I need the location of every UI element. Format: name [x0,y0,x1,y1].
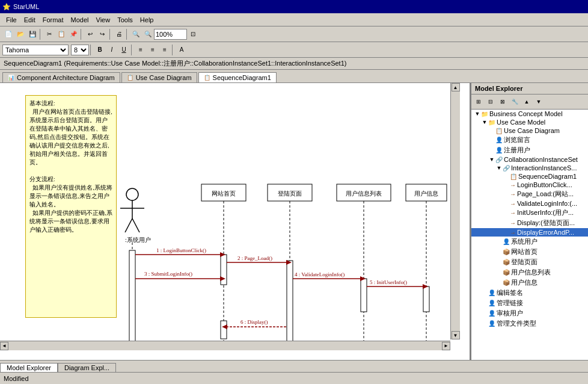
tree-icon: 👤 [503,238,510,245]
underline-btn[interactable]: U [118,44,130,56]
color-btn[interactable]: A [176,44,188,56]
cut-btn[interactable]: ✂ [43,28,55,40]
tree-item-label: Business Concept Model [489,110,563,117]
redo-btn[interactable]: ↪ [96,28,108,40]
open-btn[interactable]: 📂 [14,28,26,40]
sidebar-btn3[interactable]: ⊠ [497,96,509,108]
paste-btn[interactable]: 📌 [67,28,79,40]
tree-item[interactable]: →InitUserInfo:(用户... [471,208,588,218]
sidebar-btn1[interactable]: ⊞ [473,96,485,108]
svg-rect-12 [406,184,447,201]
tree-item[interactable]: ▼🔗CollaborationInstanceSet [471,155,588,164]
print-btn[interactable]: 🖨 [113,28,125,40]
tree-item[interactable]: 📋SequenceDiagram1 [471,172,588,181]
tree-toggle[interactable]: ▼ [474,111,481,117]
svg-rect-23 [361,279,367,312]
toolbar1: 📄 📂 💾 ✂ 📋 📌 ↩ ↪ 🖨 🔍 🔍 ⊡ [0,26,588,42]
tree-item[interactable]: →Display:(登陆页面... [471,218,588,228]
menu-help[interactable]: Help [136,15,158,25]
scrollbar-vertical[interactable]: ▲ ▼ [450,83,460,339]
sidebar-btn6[interactable]: ▼ [533,96,545,108]
tree-item[interactable]: 👤系统用户 [471,237,588,247]
svg-marker-32 [220,276,225,281]
tree-item[interactable]: 👤编辑签名 [471,288,588,298]
diagram-area[interactable]: 基本流程: 用户在网站首页点击登陆链接,系统显示后台登陆页面。用户在登陆表单中输… [0,83,471,360]
tree-item[interactable]: →Page_Load:(网站... [471,189,588,199]
size-select[interactable]: 8 [71,45,89,55]
tree-item[interactable]: 📦用户信息 [471,277,588,288]
tree-item[interactable]: 👤审核用户 [471,308,588,318]
model-explorer-panel: Model Explorer ⊞ ⊟ ⊠ 🔧 ▲ ▼ ▼📁Business Co… [471,83,588,360]
menu-file[interactable]: File [2,15,20,25]
new-btn[interactable]: 📄 [2,28,14,40]
align-left-btn[interactable]: ≡ [135,44,147,56]
zoom-out-btn[interactable]: 🔍 [142,28,154,40]
tree-item[interactable]: ▼🔗InteractionInstanceS... [471,164,588,172]
sep4 [126,29,129,40]
tree-item[interactable]: 📦登陆页面 [471,257,588,267]
italic-btn[interactable]: I [106,44,118,56]
tab-sequence-icon: 📋 [204,75,210,81]
menu-model[interactable]: Model [67,15,93,25]
tree-item[interactable]: ▼📁Business Concept Model [471,110,588,118]
tree-item[interactable]: 👤管理文件类型 [471,318,588,329]
tree-item-label: Display:(登陆页面... [517,218,575,228]
svg-rect-24 [423,286,429,312]
sidebar-btn4[interactable]: 🔧 [509,96,521,108]
svg-rect-21 [221,321,227,339]
scroll-right[interactable]: ► [442,342,450,350]
tree-toggle[interactable]: ▼ [481,119,488,125]
tree-icon: 👤 [488,320,495,327]
tree-item[interactable]: 👤注册用户 [471,145,588,155]
tree-item-label: Use Case Diagram [504,127,560,134]
menu-view[interactable]: View [93,15,114,25]
svg-rect-8 [268,184,312,201]
note-text: 基本流程: 用户在网站首页点击登陆链接,系统显示后台登陆页面。用户在登陆表单中输… [29,100,112,233]
tree-icon: 👤 [488,290,495,296]
copy-btn[interactable]: 📋 [55,28,67,40]
tree-item[interactable]: →DisplayErrorAndP... [471,228,588,237]
scroll-up[interactable]: ▲ [452,83,460,91]
bold-btn[interactable]: B [94,44,106,56]
save-btn[interactable]: 💾 [26,28,38,40]
tree-icon: → [510,220,516,226]
tree-item[interactable]: 📦网站首页 [471,247,588,257]
svg-text:网站首页: 网站首页 [212,190,236,197]
tree-item[interactable]: ▼📁Use Case Model [471,118,588,126]
sidebar-tree[interactable]: ▼📁Business Concept Model▼📁Use Case Model… [471,110,588,360]
scroll-left[interactable]: ◄ [0,342,8,350]
tree-toggle[interactable]: ▼ [488,156,495,163]
tab-component[interactable]: 📊 Component Architecture Diagram [2,72,120,82]
align-center-btn[interactable]: ≡ [147,44,159,56]
bottom-tab-diagram-explorer[interactable]: Diagram Expl... [58,363,116,372]
tree-item[interactable]: →LoginButtonClick... [471,181,588,189]
svg-text:5 : InitUserInfo(): 5 : InitUserInfo() [370,279,407,285]
tree-item[interactable]: →ValidateLoginInfo:(... [471,199,588,208]
scroll-down[interactable]: ▼ [452,331,460,339]
tree-item[interactable]: 📋Use Case Diagram [471,126,588,135]
bottom-tab-model-explorer[interactable]: Model Explorer [0,363,58,372]
tree-item[interactable]: 👤管理链接 [471,298,588,308]
diagram-canvas: 基本流程: 用户在网站首页点击登陆链接,系统显示后台登陆页面。用户在登陆表单中输… [0,83,460,350]
zoom-fit-btn[interactable]: ⊡ [187,28,199,40]
tree-item[interactable]: 👤浏览留言 [471,135,588,145]
tab-usecase[interactable]: 📋 Use Case Diagram [121,72,197,82]
undo-btn[interactable]: ↩ [84,28,96,40]
tree-item-label: 系统用户 [511,237,537,246]
sep7 [172,45,174,55]
sidebar-btn2[interactable]: ⊟ [485,96,497,108]
menu-format[interactable]: Format [39,15,67,25]
zoom-in-btn[interactable]: 🔍 [130,28,142,40]
sidebar-btn5[interactable]: ▲ [521,96,533,108]
tab-sequence[interactable]: 📋 SequenceDiagram1 [198,72,277,82]
menu-tools[interactable]: Tools [114,15,136,25]
font-select[interactable]: Tahoma [2,45,69,55]
zoom-input[interactable] [154,29,187,40]
scrollbar-horizontal[interactable]: ◄ ► [0,341,450,350]
align-right-btn[interactable]: ≡ [159,44,171,56]
tree-item-label: SequenceDiagram1 [518,173,577,180]
tree-item-label: 注册用户 [504,146,530,155]
tree-item[interactable]: 📦用户信息列表 [471,267,588,277]
menu-edit[interactable]: Edit [20,15,39,25]
tree-toggle[interactable]: ▼ [495,165,503,171]
